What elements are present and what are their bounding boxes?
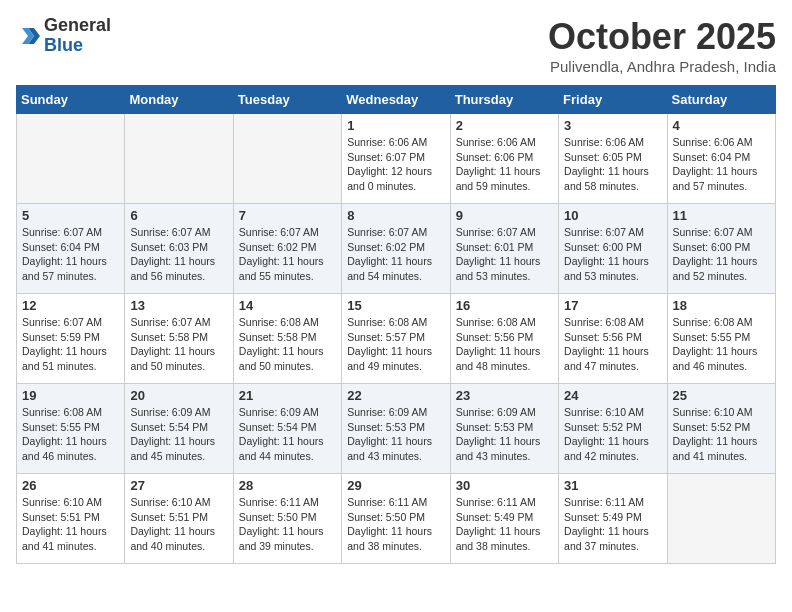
calendar-cell [125, 114, 233, 204]
calendar-cell: 5Sunrise: 6:07 AM Sunset: 6:04 PM Daylig… [17, 204, 125, 294]
day-info: Sunrise: 6:09 AM Sunset: 5:54 PM Dayligh… [239, 405, 336, 464]
calendar-cell: 31Sunrise: 6:11 AM Sunset: 5:49 PM Dayli… [559, 474, 667, 564]
day-number: 23 [456, 388, 553, 403]
day-info: Sunrise: 6:07 AM Sunset: 6:00 PM Dayligh… [564, 225, 661, 284]
day-info: Sunrise: 6:07 AM Sunset: 6:01 PM Dayligh… [456, 225, 553, 284]
day-number: 9 [456, 208, 553, 223]
day-number: 6 [130, 208, 227, 223]
day-info: Sunrise: 6:08 AM Sunset: 5:58 PM Dayligh… [239, 315, 336, 374]
day-info: Sunrise: 6:07 AM Sunset: 6:04 PM Dayligh… [22, 225, 119, 284]
day-info: Sunrise: 6:11 AM Sunset: 5:49 PM Dayligh… [456, 495, 553, 554]
day-number: 19 [22, 388, 119, 403]
calendar-cell [667, 474, 775, 564]
calendar-cell: 2Sunrise: 6:06 AM Sunset: 6:06 PM Daylig… [450, 114, 558, 204]
calendar-cell: 22Sunrise: 6:09 AM Sunset: 5:53 PM Dayli… [342, 384, 450, 474]
calendar-cell: 7Sunrise: 6:07 AM Sunset: 6:02 PM Daylig… [233, 204, 341, 294]
weekday-header-friday: Friday [559, 86, 667, 114]
day-info: Sunrise: 6:09 AM Sunset: 5:53 PM Dayligh… [347, 405, 444, 464]
day-number: 7 [239, 208, 336, 223]
day-info: Sunrise: 6:10 AM Sunset: 5:51 PM Dayligh… [130, 495, 227, 554]
weekday-header-wednesday: Wednesday [342, 86, 450, 114]
day-info: Sunrise: 6:06 AM Sunset: 6:07 PM Dayligh… [347, 135, 444, 194]
day-number: 11 [673, 208, 770, 223]
day-number: 16 [456, 298, 553, 313]
day-info: Sunrise: 6:11 AM Sunset: 5:50 PM Dayligh… [347, 495, 444, 554]
day-number: 24 [564, 388, 661, 403]
calendar-cell: 23Sunrise: 6:09 AM Sunset: 5:53 PM Dayli… [450, 384, 558, 474]
calendar-cell: 18Sunrise: 6:08 AM Sunset: 5:55 PM Dayli… [667, 294, 775, 384]
calendar-cell: 15Sunrise: 6:08 AM Sunset: 5:57 PM Dayli… [342, 294, 450, 384]
day-info: Sunrise: 6:10 AM Sunset: 5:52 PM Dayligh… [564, 405, 661, 464]
week-row-4: 19Sunrise: 6:08 AM Sunset: 5:55 PM Dayli… [17, 384, 776, 474]
day-number: 1 [347, 118, 444, 133]
calendar-cell: 28Sunrise: 6:11 AM Sunset: 5:50 PM Dayli… [233, 474, 341, 564]
day-info: Sunrise: 6:11 AM Sunset: 5:49 PM Dayligh… [564, 495, 661, 554]
weekday-header-monday: Monday [125, 86, 233, 114]
day-number: 13 [130, 298, 227, 313]
calendar-cell: 14Sunrise: 6:08 AM Sunset: 5:58 PM Dayli… [233, 294, 341, 384]
day-info: Sunrise: 6:07 AM Sunset: 6:02 PM Dayligh… [347, 225, 444, 284]
logo: General Blue [16, 16, 111, 56]
logo-text: General Blue [44, 16, 111, 56]
logo-general-text: General [44, 16, 111, 36]
calendar-cell: 6Sunrise: 6:07 AM Sunset: 6:03 PM Daylig… [125, 204, 233, 294]
day-number: 26 [22, 478, 119, 493]
day-number: 17 [564, 298, 661, 313]
weekday-header-tuesday: Tuesday [233, 86, 341, 114]
calendar-cell: 13Sunrise: 6:07 AM Sunset: 5:58 PM Dayli… [125, 294, 233, 384]
title-block: October 2025 Pulivendla, Andhra Pradesh,… [548, 16, 776, 75]
calendar-cell [233, 114, 341, 204]
day-info: Sunrise: 6:07 AM Sunset: 5:58 PM Dayligh… [130, 315, 227, 374]
week-row-5: 26Sunrise: 6:10 AM Sunset: 5:51 PM Dayli… [17, 474, 776, 564]
calendar-table: SundayMondayTuesdayWednesdayThursdayFrid… [16, 85, 776, 564]
calendar-cell: 27Sunrise: 6:10 AM Sunset: 5:51 PM Dayli… [125, 474, 233, 564]
day-info: Sunrise: 6:08 AM Sunset: 5:56 PM Dayligh… [564, 315, 661, 374]
day-number: 3 [564, 118, 661, 133]
weekday-header-row: SundayMondayTuesdayWednesdayThursdayFrid… [17, 86, 776, 114]
day-number: 27 [130, 478, 227, 493]
day-number: 22 [347, 388, 444, 403]
day-number: 8 [347, 208, 444, 223]
calendar-cell: 26Sunrise: 6:10 AM Sunset: 5:51 PM Dayli… [17, 474, 125, 564]
day-number: 4 [673, 118, 770, 133]
day-info: Sunrise: 6:07 AM Sunset: 5:59 PM Dayligh… [22, 315, 119, 374]
week-row-3: 12Sunrise: 6:07 AM Sunset: 5:59 PM Dayli… [17, 294, 776, 384]
day-info: Sunrise: 6:08 AM Sunset: 5:56 PM Dayligh… [456, 315, 553, 374]
day-number: 2 [456, 118, 553, 133]
logo-blue-text: Blue [44, 36, 111, 56]
month-title: October 2025 [548, 16, 776, 58]
day-number: 31 [564, 478, 661, 493]
day-number: 15 [347, 298, 444, 313]
day-info: Sunrise: 6:07 AM Sunset: 6:03 PM Dayligh… [130, 225, 227, 284]
calendar-cell [17, 114, 125, 204]
day-info: Sunrise: 6:08 AM Sunset: 5:55 PM Dayligh… [673, 315, 770, 374]
day-info: Sunrise: 6:08 AM Sunset: 5:55 PM Dayligh… [22, 405, 119, 464]
calendar-cell: 21Sunrise: 6:09 AM Sunset: 5:54 PM Dayli… [233, 384, 341, 474]
calendar-cell: 8Sunrise: 6:07 AM Sunset: 6:02 PM Daylig… [342, 204, 450, 294]
calendar-cell: 9Sunrise: 6:07 AM Sunset: 6:01 PM Daylig… [450, 204, 558, 294]
day-info: Sunrise: 6:11 AM Sunset: 5:50 PM Dayligh… [239, 495, 336, 554]
day-number: 10 [564, 208, 661, 223]
weekday-header-saturday: Saturday [667, 86, 775, 114]
calendar-cell: 3Sunrise: 6:06 AM Sunset: 6:05 PM Daylig… [559, 114, 667, 204]
calendar-cell: 10Sunrise: 6:07 AM Sunset: 6:00 PM Dayli… [559, 204, 667, 294]
day-number: 5 [22, 208, 119, 223]
day-number: 20 [130, 388, 227, 403]
day-info: Sunrise: 6:09 AM Sunset: 5:53 PM Dayligh… [456, 405, 553, 464]
logo-icon [16, 24, 40, 48]
calendar-cell: 25Sunrise: 6:10 AM Sunset: 5:52 PM Dayli… [667, 384, 775, 474]
calendar-cell: 20Sunrise: 6:09 AM Sunset: 5:54 PM Dayli… [125, 384, 233, 474]
week-row-2: 5Sunrise: 6:07 AM Sunset: 6:04 PM Daylig… [17, 204, 776, 294]
day-info: Sunrise: 6:07 AM Sunset: 6:00 PM Dayligh… [673, 225, 770, 284]
day-info: Sunrise: 6:10 AM Sunset: 5:51 PM Dayligh… [22, 495, 119, 554]
day-info: Sunrise: 6:09 AM Sunset: 5:54 PM Dayligh… [130, 405, 227, 464]
calendar-cell: 19Sunrise: 6:08 AM Sunset: 5:55 PM Dayli… [17, 384, 125, 474]
calendar-cell: 17Sunrise: 6:08 AM Sunset: 5:56 PM Dayli… [559, 294, 667, 384]
day-info: Sunrise: 6:08 AM Sunset: 5:57 PM Dayligh… [347, 315, 444, 374]
day-number: 30 [456, 478, 553, 493]
calendar-cell: 11Sunrise: 6:07 AM Sunset: 6:00 PM Dayli… [667, 204, 775, 294]
weekday-header-thursday: Thursday [450, 86, 558, 114]
calendar-cell: 1Sunrise: 6:06 AM Sunset: 6:07 PM Daylig… [342, 114, 450, 204]
day-number: 14 [239, 298, 336, 313]
week-row-1: 1Sunrise: 6:06 AM Sunset: 6:07 PM Daylig… [17, 114, 776, 204]
